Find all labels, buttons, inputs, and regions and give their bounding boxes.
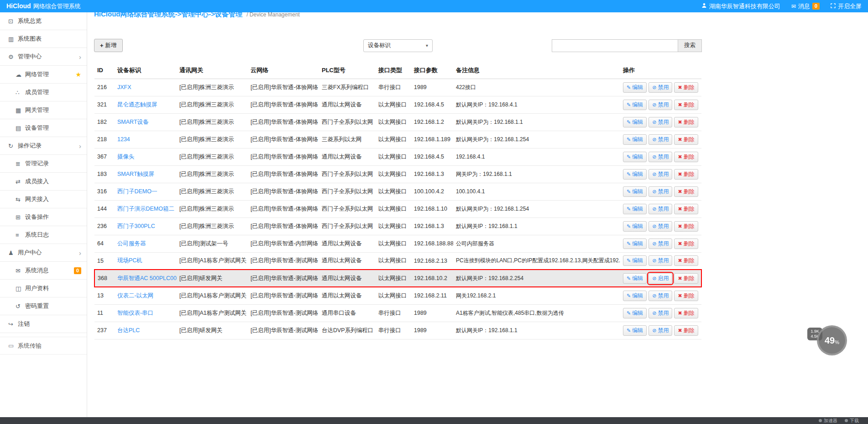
speed-monitor-widget[interactable]: 1.9K 4.5K 49 % — [807, 325, 847, 355]
edit-button[interactable]: ✎编辑 — [623, 221, 647, 232]
edit-button[interactable]: ✎编辑 — [623, 204, 647, 214]
device-link[interactable]: 现场PC机 — [117, 257, 142, 264]
footer-item[interactable]: 加速器 — [819, 418, 837, 424]
device-link[interactable]: 仪表二-以太网 — [117, 292, 153, 299]
disable-button[interactable]: ⊘禁用 — [648, 134, 672, 145]
delete-button[interactable]: ✖删除 — [674, 204, 698, 214]
sidebar-item-system-transfer[interactable]: ▭系统传输 — [0, 337, 87, 355]
delete-button[interactable]: ✖删除 — [674, 308, 698, 318]
edit-button[interactable]: ✎编辑 — [623, 325, 647, 336]
edit-button[interactable]: ✎编辑 — [623, 117, 647, 127]
sidebar-item-system-log[interactable]: ≡系统日志 — [0, 226, 87, 244]
delete-button[interactable]: ✖删除 — [674, 82, 698, 93]
edit-button[interactable]: ✎编辑 — [623, 291, 647, 301]
delete-button[interactable]: ✖删除 — [674, 117, 698, 127]
disable-button[interactable]: ⊘禁用 — [648, 169, 672, 180]
favorite-star-icon[interactable]: ★ — [75, 71, 81, 78]
table-row: 183SMART触摸屏[已启用]株洲三菱演示[已启用]华辰智通-体验网络西门子全… — [94, 165, 701, 183]
footer-item[interactable]: 下载 — [845, 418, 859, 424]
sidebar-item-system-charts[interactable]: ▥系统图表 — [0, 30, 87, 48]
add-device-button[interactable]: + 新增 — [94, 39, 123, 52]
search-button[interactable]: 搜索 — [678, 39, 702, 52]
disable-button[interactable]: ⊘禁用 — [648, 186, 672, 197]
delete-button[interactable]: ✖删除 — [674, 221, 698, 232]
edit-button[interactable]: ✎编辑 — [623, 308, 647, 318]
cell-actions: ✎编辑⊘禁用✖删除 — [620, 252, 701, 270]
sidebar-item-system-messages[interactable]: ✉系统消息0 — [0, 262, 87, 280]
device-link[interactable]: SMART设备 — [117, 119, 149, 125]
edit-button[interactable]: ✎编辑 — [623, 82, 647, 93]
device-link[interactable]: 西门子演示DEMO箱二 — [117, 206, 174, 212]
device-link[interactable]: 华辰智通AC 500PLC001 — [117, 275, 177, 281]
disable-button[interactable]: ⊘禁用 — [648, 152, 672, 162]
edit-button[interactable]: ✎编辑 — [623, 169, 647, 180]
sidebar-item-member-management[interactable]: ∴成员管理 — [0, 84, 87, 101]
sidebar-item-management-center[interactable]: ⚙管理中心› — [0, 48, 87, 66]
sidebar-item-operation-records[interactable]: ↻操作记录› — [0, 137, 87, 155]
disable-button[interactable]: ⊘禁用 — [648, 100, 672, 110]
device-link[interactable]: 1234 — [117, 136, 130, 143]
gears-icon: ⚙ — [8, 53, 18, 60]
delete-button[interactable]: ✖删除 — [674, 255, 698, 266]
speed-ball[interactable]: 49 % — [817, 325, 847, 355]
trash-icon: ✖ — [678, 102, 682, 107]
sidebar-item-device-operation[interactable]: ⊞设备操作 — [0, 208, 87, 226]
disable-button[interactable]: ⊘禁用 — [648, 204, 672, 214]
device-link[interactable]: 公司服务器 — [117, 240, 146, 247]
edit-button[interactable]: ✎编辑 — [623, 100, 647, 110]
device-link[interactable]: 昆仑通态触摸屏 — [117, 101, 157, 108]
delete-button[interactable]: ✖删除 — [674, 238, 698, 249]
disable-button[interactable]: ⊘禁用 — [648, 221, 672, 232]
sidebar-item-user-profile[interactable]: ◫用户资料 — [0, 280, 87, 297]
enable-button[interactable]: ⊘启用 — [648, 273, 672, 284]
disable-button[interactable]: ⊘禁用 — [648, 308, 672, 318]
device-link[interactable]: 西门子300PLC — [117, 223, 155, 229]
sidebar-item-gateway-management[interactable]: ▦网关管理 — [0, 101, 87, 119]
sidebar-item-gateway-access[interactable]: ⇆网关接入 — [0, 191, 87, 208]
edit-button[interactable]: ✎编辑 — [623, 152, 647, 162]
edit-button[interactable]: ✎编辑 — [623, 134, 647, 145]
disable-button[interactable]: ⊘禁用 — [648, 117, 672, 127]
device-link[interactable]: 摄像头 — [117, 154, 135, 160]
sidebar-item-password-reset[interactable]: ↺密码重置 — [0, 297, 87, 315]
device-link[interactable]: 智能仪表-串口 — [117, 310, 153, 316]
disable-button[interactable]: ⊘禁用 — [648, 255, 672, 266]
sidebar-item-user-center[interactable]: ♟用户中心› — [0, 244, 87, 262]
cell-id: 368 — [94, 270, 115, 287]
fullscreen-button[interactable]: 开启全屏 — [831, 2, 862, 11]
search-input[interactable] — [552, 39, 678, 52]
messages-menu[interactable]: ✉ 消息 0 — [791, 2, 820, 11]
delete-button[interactable]: ✖删除 — [674, 100, 698, 110]
company-menu[interactable]: 湖南华辰智通科技有限公司 — [701, 2, 780, 11]
delete-button[interactable]: ✖删除 — [674, 134, 698, 145]
sidebar-item-network-management[interactable]: ☁网络管理★ — [0, 66, 87, 84]
cell-plc-model: 台达DVP系列编程口 — [319, 322, 376, 339]
delete-button[interactable]: ✖删除 — [674, 325, 698, 336]
delete-button[interactable]: ✖删除 — [674, 169, 698, 180]
sidebar-item-management-records[interactable]: ≣管理记录 — [0, 155, 87, 173]
edit-button[interactable]: ✎编辑 — [623, 238, 647, 249]
disable-button[interactable]: ⊘禁用 — [648, 238, 672, 249]
sidebar-item-member-access[interactable]: ⇄成员接入 — [0, 173, 87, 191]
device-link[interactable]: JXFX — [117, 84, 131, 90]
edit-button[interactable]: ✎编辑 — [623, 273, 647, 284]
edit-button[interactable]: ✎编辑 — [623, 255, 647, 266]
cell-interface-param: 192.168.188.88 — [411, 235, 453, 252]
disable-button[interactable]: ⊘禁用 — [648, 291, 672, 301]
filter-field-dropdown[interactable]: 设备标识 ▾ — [363, 39, 433, 52]
topbar-right: 湖南华辰智通科技有限公司 ✉ 消息 0 开启全屏 — [701, 2, 862, 11]
device-link[interactable]: 台达PLC — [117, 327, 140, 334]
delete-button[interactable]: ✖删除 — [674, 186, 698, 197]
disable-button[interactable]: ⊘禁用 — [648, 325, 672, 336]
device-link[interactable]: 西门子DEMO一 — [117, 188, 157, 195]
delete-button[interactable]: ✖删除 — [674, 152, 698, 162]
sidebar-item-system-overview[interactable]: ⊡系统总览 — [0, 12, 87, 30]
disable-button[interactable]: ⊘禁用 — [648, 82, 672, 93]
sidebar-item-device-management[interactable]: ▤设备管理 — [0, 119, 87, 137]
cell-gateway: [已启用]A1栋客户测试网关 — [177, 287, 248, 304]
delete-button[interactable]: ✖删除 — [674, 291, 698, 301]
edit-button[interactable]: ✎编辑 — [623, 186, 647, 197]
device-link[interactable]: SMART触摸屏 — [117, 171, 154, 177]
delete-button[interactable]: ✖删除 — [674, 273, 698, 284]
sidebar-item-logout[interactable]: ↪注销 — [0, 315, 87, 333]
